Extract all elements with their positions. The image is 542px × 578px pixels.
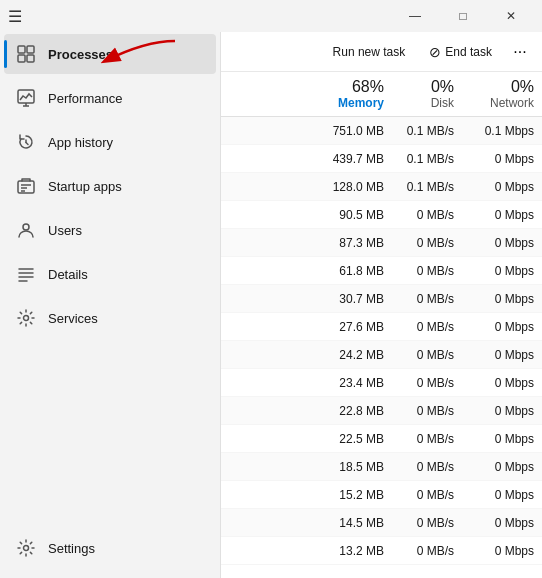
cell-memory: 15.2 MB (312, 488, 392, 502)
svg-rect-3 (27, 55, 34, 62)
table-row[interactable]: 14.5 MB 0 MB/s 0 Mbps (221, 509, 542, 537)
cell-network: 0 Mbps (462, 236, 542, 250)
table-row[interactable]: 439.7 MB 0.1 MB/s 0 Mbps (221, 145, 542, 173)
sidebar-item-startup-apps[interactable]: Startup apps (4, 166, 216, 206)
cell-network: 0 Mbps (462, 432, 542, 446)
close-button[interactable]: ✕ (488, 0, 534, 32)
sidebar-item-performance-label: Performance (48, 91, 122, 106)
cell-memory: 87.3 MB (312, 236, 392, 250)
maximize-button[interactable]: □ (440, 0, 486, 32)
cell-disk: 0 MB/s (392, 236, 462, 250)
sidebar-item-details-label: Details (48, 267, 88, 282)
hamburger-menu-icon[interactable]: ☰ (8, 7, 22, 26)
cell-disk: 0 MB/s (392, 264, 462, 278)
sidebar: Processes Performance (0, 32, 220, 578)
sidebar-item-users-label: Users (48, 223, 82, 238)
table-row[interactable]: 15.2 MB 0 MB/s 0 Mbps (221, 481, 542, 509)
run-new-task-button[interactable]: Run new task (323, 41, 416, 63)
sidebar-item-settings-label: Settings (48, 541, 95, 556)
table-row[interactable]: 23.4 MB 0 MB/s 0 Mbps (221, 369, 542, 397)
title-bar-left: ☰ (8, 7, 22, 26)
table-header: 68% Memory 0% Disk 0% Network (221, 72, 542, 117)
memory-label: Memory (338, 96, 384, 110)
svg-point-18 (24, 316, 29, 321)
network-label: Network (490, 96, 534, 110)
cell-disk: 0 MB/s (392, 292, 462, 306)
sidebar-item-processes-label: Processes (48, 47, 113, 62)
sidebar-item-settings[interactable]: Settings (4, 528, 216, 568)
cell-network: 0 Mbps (462, 348, 542, 362)
cell-disk: 0.1 MB/s (392, 180, 462, 194)
column-header-memory[interactable]: 68% Memory (312, 76, 392, 112)
memory-percent: 68% (352, 78, 384, 96)
cell-disk: 0 MB/s (392, 348, 462, 362)
table-row[interactable]: 27.6 MB 0 MB/s 0 Mbps (221, 313, 542, 341)
cell-memory: 22.5 MB (312, 432, 392, 446)
table-row[interactable]: 90.5 MB 0 MB/s 0 Mbps (221, 201, 542, 229)
table-row[interactable]: 128.0 MB 0.1 MB/s 0 Mbps (221, 173, 542, 201)
column-header-network[interactable]: 0% Network (462, 76, 542, 112)
more-options-button[interactable]: ··· (506, 38, 534, 66)
table-row[interactable]: 24.2 MB 0 MB/s 0 Mbps (221, 341, 542, 369)
sidebar-item-app-history[interactable]: App history (4, 122, 216, 162)
cell-disk: 0 MB/s (392, 460, 462, 474)
cell-memory: 22.8 MB (312, 404, 392, 418)
cell-network: 0 Mbps (462, 376, 542, 390)
cell-memory: 14.5 MB (312, 516, 392, 530)
cell-network: 0.1 Mbps (462, 124, 542, 138)
minimize-button[interactable]: — (392, 0, 438, 32)
cell-network: 0 Mbps (462, 404, 542, 418)
header-empty (221, 76, 312, 112)
processes-icon (16, 44, 36, 64)
sidebar-bottom: Settings (0, 526, 220, 578)
table-row[interactable]: 751.0 MB 0.1 MB/s 0.1 Mbps (221, 117, 542, 145)
cell-disk: 0 MB/s (392, 488, 462, 502)
cell-network: 0 Mbps (462, 544, 542, 558)
end-task-button[interactable]: ⊘ End task (419, 40, 502, 64)
sidebar-item-users[interactable]: Users (4, 210, 216, 250)
table-row[interactable]: 18.5 MB 0 MB/s 0 Mbps (221, 453, 542, 481)
sidebar-item-performance[interactable]: Performance (4, 78, 216, 118)
column-header-disk[interactable]: 0% Disk (392, 76, 462, 112)
table-row[interactable]: 13.2 MB 0 MB/s 0 Mbps (221, 537, 542, 565)
startup-apps-icon (16, 176, 36, 196)
cell-network: 0 Mbps (462, 152, 542, 166)
sidebar-item-startup-apps-label: Startup apps (48, 179, 122, 194)
svg-point-19 (24, 546, 29, 551)
sidebar-item-processes[interactable]: Processes (4, 34, 216, 74)
cell-disk: 0 MB/s (392, 320, 462, 334)
cell-disk: 0.1 MB/s (392, 124, 462, 138)
svg-rect-0 (18, 46, 25, 53)
performance-icon (16, 88, 36, 108)
cell-network: 0 Mbps (462, 320, 542, 334)
run-new-task-label: Run new task (333, 45, 406, 59)
svg-rect-1 (27, 46, 34, 53)
cell-memory: 27.6 MB (312, 320, 392, 334)
cell-network: 0 Mbps (462, 488, 542, 502)
svg-rect-2 (18, 55, 25, 62)
cell-network: 0 Mbps (462, 516, 542, 530)
disk-percent: 0% (431, 78, 454, 96)
table-row[interactable]: 61.8 MB 0 MB/s 0 Mbps (221, 257, 542, 285)
toolbar: Run new task ⊘ End task ··· (221, 32, 542, 72)
cell-memory: 90.5 MB (312, 208, 392, 222)
title-bar-controls: — □ ✕ (392, 0, 534, 32)
sidebar-item-details[interactable]: Details (4, 254, 216, 294)
table-row[interactable]: 22.8 MB 0 MB/s 0 Mbps (221, 397, 542, 425)
cell-memory: 30.7 MB (312, 292, 392, 306)
cell-disk: 0 MB/s (392, 516, 462, 530)
svg-rect-9 (18, 181, 34, 193)
disk-label: Disk (431, 96, 454, 110)
settings-icon (16, 538, 36, 558)
table-row[interactable]: 30.7 MB 0 MB/s 0 Mbps (221, 285, 542, 313)
sidebar-item-services[interactable]: Services (4, 298, 216, 338)
sidebar-item-app-history-label: App history (48, 135, 113, 150)
table-row[interactable]: 87.3 MB 0 MB/s 0 Mbps (221, 229, 542, 257)
app-history-icon (16, 132, 36, 152)
cell-disk: 0 MB/s (392, 208, 462, 222)
table-row[interactable]: 22.5 MB 0 MB/s 0 Mbps (221, 425, 542, 453)
cell-disk: 0 MB/s (392, 544, 462, 558)
cell-network: 0 Mbps (462, 264, 542, 278)
cell-memory: 128.0 MB (312, 180, 392, 194)
svg-line-8 (26, 143, 28, 145)
